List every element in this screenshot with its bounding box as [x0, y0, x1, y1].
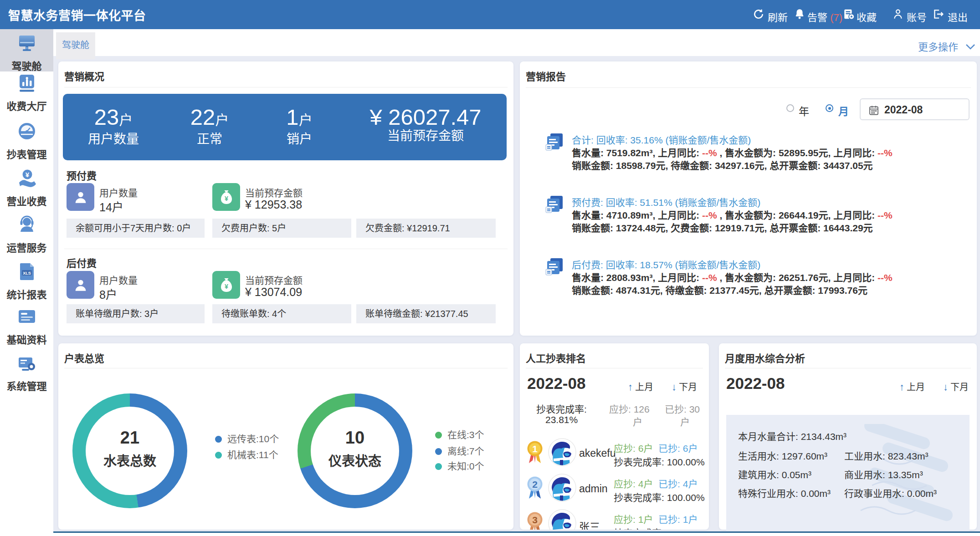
svg-text:1: 1	[532, 444, 538, 454]
svg-text:3: 3	[532, 515, 538, 525]
svg-text:¥: ¥	[225, 282, 228, 290]
svg-text:XLS: XLS	[23, 271, 31, 276]
svg-text:¥: ¥	[225, 194, 228, 202]
svg-text:¥: ¥	[25, 171, 29, 179]
svg-text:2: 2	[532, 479, 538, 490]
